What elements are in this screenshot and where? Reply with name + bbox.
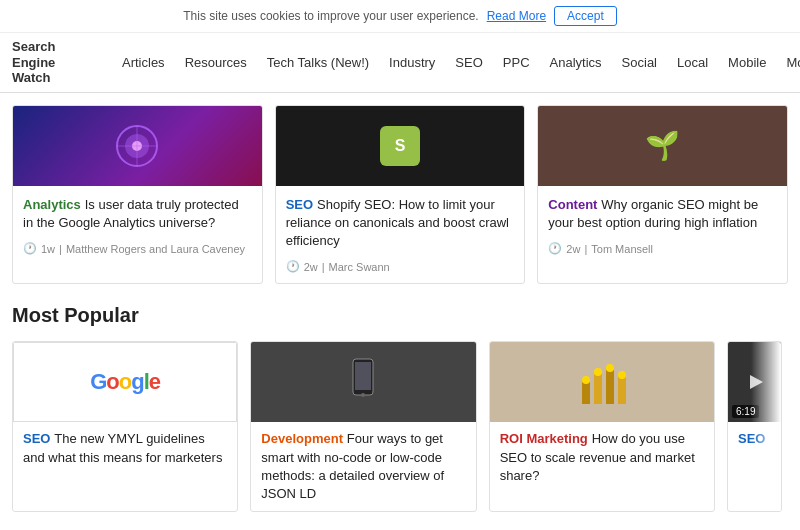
article-category-1: Analytics	[23, 197, 81, 212]
article-meta-1: 🕐 1w | Matthew Rogers and Laura Caveney	[23, 242, 252, 255]
shopify-icon: S	[380, 126, 420, 166]
popular-category-4: SEO	[738, 431, 765, 446]
svg-point-7	[361, 393, 365, 397]
popular-grid: Google SEO The new YMYL guidelines and w…	[12, 341, 788, 512]
popular-body-3: ROI Marketing How do you use SEO to scal…	[490, 422, 714, 493]
analytics-art-icon	[107, 116, 167, 176]
nav-mobile[interactable]: Mobile	[718, 51, 776, 74]
article-body-3: Content Why organic SEO might be your be…	[538, 186, 787, 265]
separator-2: |	[322, 261, 325, 273]
article-category-2: SEO	[286, 197, 313, 212]
article-img-2: S	[276, 106, 525, 186]
svg-point-13	[594, 368, 602, 376]
cookie-accept-button[interactable]: Accept	[554, 6, 617, 26]
google-logo: Google	[90, 369, 160, 395]
svg-point-15	[618, 371, 626, 379]
article-time-2: 2w	[304, 261, 318, 273]
phone-icon	[348, 357, 378, 407]
article-title-2: Shopify SEO: How to limit your reliance …	[286, 197, 509, 248]
article-card-2[interactable]: S SEO Shopify SEO: How to limit your rel…	[275, 105, 526, 285]
article-author-2: Marc Swann	[329, 261, 390, 273]
main-nav: Articles Resources Tech Talks (New!) Ind…	[112, 51, 800, 74]
popular-img-4: 6:19	[728, 342, 782, 422]
article-img-1	[13, 106, 262, 186]
separator-1: |	[59, 243, 62, 255]
cookie-banner: This site uses cookies to improve your u…	[0, 0, 800, 33]
plant-icon: 🌱	[645, 129, 680, 162]
article-body-1: Analytics Is user data truly protected i…	[13, 186, 262, 265]
nav-tech-talks[interactable]: Tech Talks (New!)	[257, 51, 379, 74]
article-meta-2: 🕐 2w | Marc Swann	[286, 260, 515, 273]
most-popular-section: Most Popular Google SEO The new YMYL gui…	[0, 284, 800, 522]
logo-line2: Engine Watch	[12, 55, 92, 86]
nav-articles[interactable]: Articles	[112, 51, 175, 74]
popular-body-4: SEO	[728, 422, 781, 454]
svg-point-14	[606, 364, 614, 372]
clock-icon-2: 🕐	[286, 260, 300, 273]
article-time-3: 2w	[566, 243, 580, 255]
popular-grid-wrapper: Google SEO The new YMYL guidelines and w…	[12, 341, 788, 512]
article-card-3[interactable]: 🌱 Content Why organic SEO might be your …	[537, 105, 788, 285]
clock-icon-3: 🕐	[548, 242, 562, 255]
svg-rect-8	[582, 382, 590, 404]
logo-line1: Search	[12, 39, 92, 55]
svg-rect-10	[606, 370, 614, 404]
nav-local[interactable]: Local	[667, 51, 718, 74]
nav-analytics[interactable]: Analytics	[540, 51, 612, 74]
svg-marker-16	[750, 375, 763, 389]
clock-icon-1: 🕐	[23, 242, 37, 255]
svg-rect-6	[355, 362, 371, 390]
article-author-3: Tom Mansell	[591, 243, 653, 255]
popular-card-3[interactable]: ROI Marketing How do you use SEO to scal…	[489, 341, 715, 512]
play-icon	[745, 372, 765, 392]
cookie-message: This site uses cookies to improve your u…	[183, 9, 478, 23]
logo: Search Engine Watch	[12, 39, 92, 86]
cookie-read-more[interactable]: Read More	[487, 9, 546, 23]
popular-card-4[interactable]: 6:19 SEO	[727, 341, 782, 512]
header: Search Engine Watch Articles Resources T…	[0, 33, 800, 93]
popular-category-2: Development	[261, 431, 343, 446]
popular-category-1: SEO	[23, 431, 50, 446]
articles-grid: Analytics Is user data truly protected i…	[0, 93, 800, 285]
article-card-1[interactable]: Analytics Is user data truly protected i…	[12, 105, 263, 285]
popular-body-1: SEO The new YMYL guidelines and what thi…	[13, 422, 237, 474]
svg-point-12	[582, 376, 590, 384]
separator-3: |	[584, 243, 587, 255]
svg-rect-9	[594, 374, 602, 404]
svg-rect-11	[618, 377, 626, 404]
nav-social[interactable]: Social	[612, 51, 667, 74]
article-author-1: Matthew Rogers and Laura Caveney	[66, 243, 245, 255]
most-popular-heading: Most Popular	[12, 304, 788, 327]
article-time-1: 1w	[41, 243, 55, 255]
nav-resources[interactable]: Resources	[175, 51, 257, 74]
article-img-3: 🌱	[538, 106, 787, 186]
article-meta-3: 🕐 2w | Tom Mansell	[548, 242, 777, 255]
popular-card-2[interactable]: Development Four ways to get smart with …	[250, 341, 476, 512]
popular-body-2: Development Four ways to get smart with …	[251, 422, 475, 511]
popular-img-2	[251, 342, 475, 422]
article-body-2: SEO Shopify SEO: How to limit your relia…	[276, 186, 525, 284]
video-duration: 6:19	[732, 405, 759, 418]
nav-more[interactable]: More	[776, 51, 800, 74]
nav-seo[interactable]: SEO	[445, 51, 492, 74]
popular-img-3	[490, 342, 714, 422]
popular-category-3: ROI Marketing	[500, 431, 588, 446]
coins-icon	[572, 352, 632, 412]
popular-card-1[interactable]: Google SEO The new YMYL guidelines and w…	[12, 341, 238, 512]
popular-img-1: Google	[13, 342, 237, 422]
nav-industry[interactable]: Industry	[379, 51, 445, 74]
popular-title-1: The new YMYL guidelines and what this me…	[23, 431, 222, 464]
nav-ppc[interactable]: PPC	[493, 51, 540, 74]
article-category-3: Content	[548, 197, 597, 212]
